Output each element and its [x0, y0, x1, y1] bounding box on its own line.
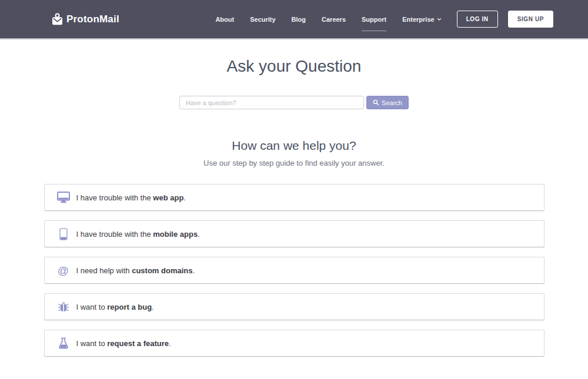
nav-link-security[interactable]: Security — [250, 16, 275, 23]
monitor-icon — [56, 192, 71, 203]
help-item-text: I have trouble with the web app. — [76, 193, 186, 202]
help-item-text: I have trouble with the mobile apps. — [76, 230, 200, 239]
help-item-report-bug[interactable]: I want to report a bug. — [44, 293, 544, 320]
protonmail-logo-icon — [52, 13, 63, 26]
help-item-text: I want to report a bug. — [76, 303, 154, 311]
logo-text: ProtonMail — [66, 14, 119, 25]
flask-icon — [56, 337, 71, 349]
help-item-mobile-apps[interactable]: I have trouble with the mobile apps. — [44, 220, 544, 247]
help-section-subtitle: Use our step by step guide to find easil… — [44, 159, 544, 167]
search-input[interactable] — [179, 96, 364, 109]
page-title: Ask your Question — [44, 57, 544, 76]
main-nav: About Security Blog Careers Support Ente… — [215, 16, 441, 23]
at-sign-icon: @ — [56, 265, 71, 276]
help-item-text: I need help with custom domains. — [76, 266, 195, 275]
nav-link-blog[interactable]: Blog — [292, 16, 306, 23]
main-content: Ask your Question Search How can we help… — [44, 57, 544, 357]
search-button-label: Search — [382, 99, 402, 106]
top-header: ProtonMail About Security Blog Careers S… — [0, 0, 588, 39]
chevron-down-icon — [437, 18, 442, 21]
bug-icon — [56, 301, 71, 313]
search-bar: Search — [44, 96, 544, 109]
nav-link-support[interactable]: Support — [362, 16, 386, 23]
nav-link-careers[interactable]: Careers — [322, 16, 346, 23]
help-topic-list: I have trouble with the web app. I have … — [44, 184, 544, 357]
help-section-title: How can we help you? — [44, 139, 544, 153]
search-icon — [373, 99, 379, 106]
smartphone-icon — [56, 228, 71, 240]
help-item-request-feature[interactable]: I want to request a feature. — [44, 330, 544, 357]
login-button[interactable]: LOG IN — [457, 11, 498, 28]
help-item-text: I want to request a feature. — [76, 339, 171, 348]
search-button[interactable]: Search — [366, 96, 409, 109]
nav-link-enterprise[interactable]: Enterprise — [402, 16, 441, 23]
nav-link-about[interactable]: About — [215, 16, 234, 23]
help-item-web-app[interactable]: I have trouble with the web app. — [44, 184, 544, 211]
signup-button[interactable]: SIGN UP — [508, 11, 553, 28]
help-item-custom-domains[interactable]: @ I need help with custom domains. — [44, 257, 544, 284]
protonmail-logo[interactable]: ProtonMail — [52, 13, 119, 26]
